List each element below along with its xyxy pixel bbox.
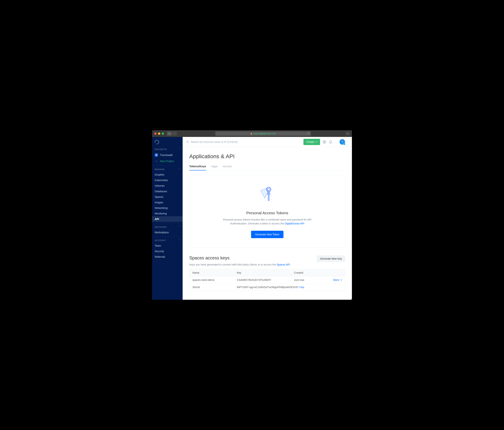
sidebar-item-marketplace[interactable]: Marketplace [152, 230, 183, 235]
sidebar-item-images[interactable]: Images [152, 200, 183, 205]
secret-cell: RiPYUt9Y+pg+eCzvItHZwTxxrWguPIHBpIxiKKEV… [237, 286, 304, 289]
notifications-icon[interactable] [329, 140, 333, 144]
forward-button[interactable] [172, 132, 177, 136]
browser-window: 🔒 cloud.digitalocean.com + PROJECTS ˄ Tr… [152, 130, 352, 300]
tab-tokens-keys[interactable]: Tokens/Keys [189, 165, 206, 170]
chevron-up-icon: ˄ [179, 226, 180, 228]
projects-label: PROJECTS [155, 148, 167, 150]
sidebar-item-monitoring[interactable]: Monitoring [152, 211, 183, 216]
key-name: spaces-store-demo [192, 278, 237, 281]
svg-line-9 [323, 142, 324, 143]
sidebar-item-droplets[interactable]: Droplets [152, 172, 183, 178]
svg-point-16 [272, 191, 272, 192]
sidebar-item-volumes[interactable]: Volumes [152, 183, 183, 188]
panel-description: Personal access tokens function like a c… [223, 218, 312, 225]
window-controls [154, 133, 164, 135]
digitalocean-logo-icon [155, 140, 159, 144]
address-bar[interactable]: 🔒 cloud.digitalocean.com [215, 131, 311, 136]
search-icon [186, 141, 189, 143]
panel-heading: Personal Access Tokens [197, 211, 338, 215]
secret-value: RiPYUt9Y+pg+eCzvItHZwTxxrWguPIHBpIxiKKEV… [237, 286, 298, 289]
key-illustration-icon [259, 186, 276, 205]
discover-label: DISCOVER [155, 226, 167, 228]
spaces-section-title: Spaces access keys [189, 255, 229, 260]
reload-icon[interactable] [307, 132, 309, 135]
spaces-api-link[interactable]: Spaces API [277, 263, 290, 266]
support-icon[interactable] [322, 140, 326, 144]
manage-label: MANAGE [155, 168, 165, 170]
main: Create T ⌄ Appl [183, 137, 352, 300]
chevron-up-icon: ˄ [179, 168, 180, 170]
logo-area [152, 137, 183, 146]
sidebar-item-team[interactable]: Team [152, 243, 183, 249]
user-menu[interactable]: T ⌄ [340, 139, 347, 145]
lock-icon: 🔒 [250, 133, 252, 135]
divider [152, 237, 183, 237]
table-row: Secret RiPYUt9Y+pg+eCzvItHZwTxxrWguPIHBp… [189, 283, 345, 291]
sidebar: PROJECTS ˄ Transloadit + New Project MAN… [152, 137, 183, 300]
svg-point-3 [187, 141, 188, 142]
content: Applications & API Tokens/Keys Apps Acce… [183, 147, 352, 298]
avatar: T [340, 139, 345, 145]
sidebar-item-networking[interactable]: Networking [152, 205, 183, 211]
account-section-header[interactable]: ACCOUNT ˄ [152, 237, 183, 243]
discover-section-header[interactable]: DISCOVER ˄ [152, 224, 183, 230]
sidebar-project-transloadit[interactable]: Transloadit [152, 152, 183, 158]
plus-icon: + [155, 160, 158, 163]
avatar-initial: T [342, 140, 343, 143]
account-label: ACCOUNT [155, 239, 166, 242]
generate-new-key-button[interactable]: Generate New Key [317, 255, 345, 262]
generate-new-token-button[interactable]: Generate New Token [251, 231, 283, 238]
maximize-window[interactable] [162, 133, 164, 135]
close-window[interactable] [154, 133, 157, 135]
topbar: Create T ⌄ [183, 137, 352, 147]
search [186, 140, 301, 143]
svg-point-12 [267, 188, 270, 191]
more-dropdown[interactable]: More [327, 278, 342, 281]
col-key: Key [237, 271, 294, 274]
copy-button[interactable]: Copy [299, 286, 304, 288]
divider [152, 223, 183, 224]
tabs: Tokens/Keys Apps Access [189, 165, 345, 170]
app: PROJECTS ˄ Transloadit + New Project MAN… [152, 137, 352, 300]
create-button[interactable]: Create [303, 139, 320, 145]
page-title: Applications & API [189, 153, 345, 160]
svg-line-10 [325, 142, 326, 143]
projects-section-header[interactable]: PROJECTS ˄ [152, 146, 183, 152]
search-input[interactable] [191, 140, 301, 143]
spaces-section-header: Spaces access keys Generate New Key [189, 255, 345, 262]
spaces-keys-table: Name Key Created spaces-store-demo CS4OE… [189, 269, 345, 291]
tab-access[interactable]: Access [223, 165, 232, 170]
back-button[interactable] [167, 132, 172, 136]
project-icon [155, 153, 158, 157]
sidebar-item-databases[interactable]: Databases [152, 188, 183, 194]
create-label: Create [306, 140, 314, 143]
svg-point-6 [324, 141, 325, 143]
project-name: Transloadit [160, 153, 173, 157]
new-project-button[interactable]: + New Project [152, 158, 183, 164]
table-header: Name Key Created [189, 269, 345, 277]
sidebar-item-kubernetes[interactable]: Kubernetes [152, 178, 183, 183]
chevron-down-icon: ⌄ [346, 141, 347, 143]
chevron-down-icon [315, 141, 317, 143]
digitalocean-api-link[interactable]: DigitalOcean API [285, 222, 304, 225]
spaces-section-description: Keys you have generated to connect with … [189, 263, 345, 266]
chevron-up-icon: ˄ [179, 239, 180, 242]
personal-access-tokens-panel: Personal Access Tokens Personal access t… [189, 175, 345, 248]
sidebar-item-api[interactable]: API [152, 216, 183, 222]
new-tab-button[interactable]: + [346, 132, 350, 135]
key-created: Just now [294, 278, 327, 281]
sidebar-item-security[interactable]: Security [152, 249, 183, 254]
tab-apps[interactable]: Apps [211, 165, 218, 170]
svg-line-7 [323, 141, 324, 142]
sidebar-item-referrals[interactable]: Referrals [152, 254, 183, 260]
nav-buttons [167, 132, 177, 136]
svg-point-17 [265, 200, 266, 201]
svg-line-8 [325, 141, 326, 142]
sidebar-item-spaces[interactable]: Spaces [152, 194, 183, 200]
manage-section-header[interactable]: MANAGE ˄ [152, 166, 183, 172]
chevron-down-icon [340, 279, 342, 280]
divider [336, 139, 336, 144]
secret-label: Secret [192, 286, 237, 289]
minimize-window[interactable] [158, 133, 160, 135]
